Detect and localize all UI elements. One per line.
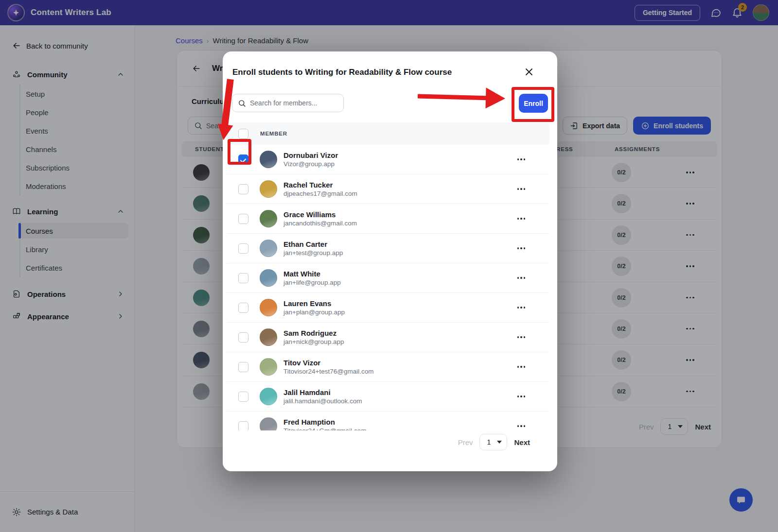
member-checkbox[interactable]	[238, 273, 248, 283]
member-avatar	[260, 151, 277, 168]
member-email: djpeaches17@gmail.com	[283, 190, 357, 197]
member-actions-menu[interactable]	[517, 218, 526, 220]
member-avatar	[260, 269, 277, 287]
member-checkbox[interactable]	[238, 392, 248, 402]
member-email: jan+plan@group.app	[283, 309, 345, 316]
member-name: Dornubari Vizor	[283, 151, 338, 159]
close-icon[interactable]	[523, 66, 535, 78]
member-row: Matt White jan+life@group.app	[227, 263, 549, 293]
member-row: Jalil Hamdani jalil.hamdani@outlook.com	[227, 382, 549, 412]
member-actions-menu[interactable]	[517, 158, 526, 160]
member-email: jan+life@group.app	[283, 279, 341, 286]
member-name: Jalil Hamdani	[283, 388, 362, 396]
modal-prev-button[interactable]: Prev	[458, 438, 473, 446]
member-checkbox[interactable]	[238, 154, 248, 165]
member-name: Fred Hamption	[283, 418, 366, 426]
member-column-label: MEMBER	[260, 131, 287, 137]
member-name: Titov Vizor	[283, 359, 373, 367]
modal-page-select[interactable]: 1	[479, 434, 507, 450]
member-row: Fred Hamption Titovisor24+Gm@gmail.com	[227, 412, 549, 430]
member-row: Titov Vizor Titovisor24+test76@gmail.com	[227, 352, 549, 382]
member-name: Sam Rodriguez	[283, 329, 344, 337]
enroll-button[interactable]: Enroll	[519, 94, 548, 113]
member-row: Rachel Tucker djpeaches17@gmail.com	[227, 174, 549, 204]
member-name: Rachel Tucker	[283, 181, 357, 189]
member-avatar	[260, 299, 277, 316]
member-row: Grace Williams jancandothis@gmail.com	[227, 204, 549, 234]
member-actions-menu[interactable]	[517, 395, 526, 397]
member-checkbox[interactable]	[238, 362, 248, 372]
member-email: jalil.hamdani@outlook.com	[283, 397, 362, 405]
select-all-checkbox[interactable]	[238, 129, 248, 139]
member-avatar	[260, 240, 277, 257]
member-checkbox[interactable]	[238, 421, 248, 431]
modal-pagination: Prev 1 Next	[458, 434, 530, 450]
member-checkbox[interactable]	[238, 214, 248, 224]
member-avatar	[260, 388, 277, 405]
member-email: Titovisor24+test76@gmail.com	[283, 368, 373, 375]
modal-title: Enroll students to Writing for Readabili…	[232, 68, 452, 77]
member-email: jancandothis@gmail.com	[283, 220, 357, 227]
member-email: jan+nick@group.app	[283, 338, 344, 345]
member-list-header: MEMBER	[227, 122, 549, 145]
member-actions-menu[interactable]	[517, 247, 526, 249]
member-actions-menu[interactable]	[517, 366, 526, 368]
member-checkbox[interactable]	[238, 303, 248, 313]
member-avatar	[260, 358, 277, 376]
member-avatar	[260, 417, 277, 430]
member-email: Titovisor24+Gm@gmail.com	[283, 427, 366, 430]
member-actions-menu[interactable]	[517, 425, 526, 427]
member-row: Ethan Carter jan+test@group.app	[227, 234, 549, 263]
member-actions-menu[interactable]	[517, 188, 526, 190]
member-actions-menu[interactable]	[517, 336, 526, 338]
member-list: MEMBER Dornubari Vizor Vizor@group.app R…	[227, 122, 549, 430]
member-actions-menu[interactable]	[517, 307, 526, 309]
member-avatar	[260, 328, 277, 346]
member-checkbox[interactable]	[238, 332, 248, 343]
member-row: Dornubari Vizor Vizor@group.app	[227, 145, 549, 174]
member-email: Vizor@group.app	[283, 160, 338, 168]
member-name: Matt White	[283, 270, 341, 278]
modal-next-button[interactable]: Next	[514, 438, 530, 446]
member-checkbox[interactable]	[238, 243, 248, 254]
member-avatar	[260, 210, 277, 227]
screen: Content Writers Lab Getting Started 2 Ba…	[0, 0, 778, 532]
chevron-down-icon	[497, 441, 502, 444]
enroll-students-modal: Enroll students to Writing for Readabili…	[223, 51, 557, 471]
member-name: Grace Williams	[283, 210, 357, 219]
member-checkbox[interactable]	[238, 184, 248, 194]
member-row: Sam Rodriguez jan+nick@group.app	[227, 323, 549, 352]
member-row: Lauren Evans jan+plan@group.app	[227, 293, 549, 323]
member-name: Ethan Carter	[283, 240, 343, 248]
member-avatar	[260, 180, 277, 198]
search-icon	[238, 99, 246, 107]
member-search-input[interactable]	[250, 99, 337, 107]
member-search-box[interactable]	[232, 94, 344, 112]
member-name: Lauren Evans	[283, 299, 345, 308]
member-email: jan+test@group.app	[283, 249, 343, 257]
member-actions-menu[interactable]	[517, 277, 526, 279]
